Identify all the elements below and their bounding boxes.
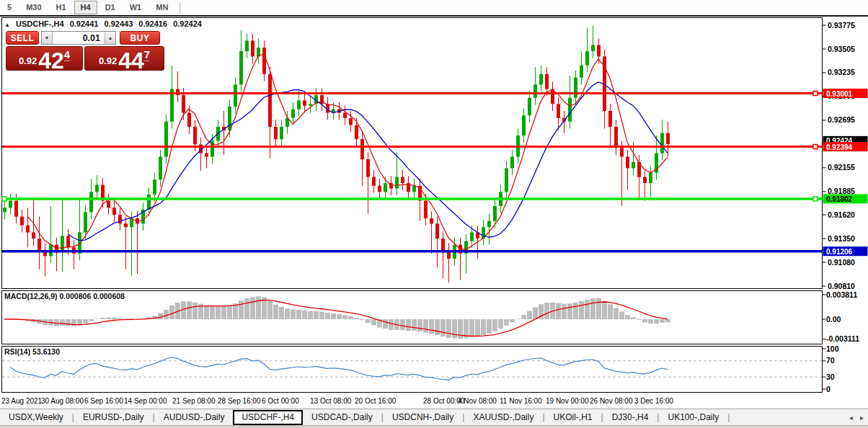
svg-text:26 Nov 08:00: 26 Nov 08:00 (590, 397, 633, 405)
volume-decrease-button[interactable]: ▼ (42, 32, 53, 44)
svg-text:0.92394: 0.92394 (826, 143, 853, 151)
svg-text:70: 70 (826, 356, 835, 365)
svg-text:0.00: 0.00 (826, 315, 841, 324)
tab-separator: | (727, 412, 730, 422)
svg-text:30: 30 (826, 373, 835, 381)
rsi-indicator-label: RSI(14) 53.6130 (4, 347, 60, 356)
timeframe-button-mn[interactable]: MN (149, 1, 174, 14)
svg-text:0.91802: 0.91802 (826, 195, 853, 203)
ohlc-close-value: 0.92424 (173, 19, 202, 28)
tab-usdx-weekly[interactable]: USDX,Weekly (0, 410, 72, 425)
volume-input[interactable] (53, 32, 105, 44)
macd-indicator-label: MACD(12,26,9) 0.000806 0.000608 (4, 292, 125, 300)
svg-text:23 Aug 2021: 23 Aug 2021 (1, 397, 43, 405)
ohlc-high-value: 0.92443 (105, 19, 133, 28)
buy-price-panel[interactable]: 0.92447 (84, 46, 164, 71)
tab-ukoil-h1[interactable]: UKOil-,H1 (545, 410, 601, 425)
chart-title: ▲ USDCHF-,H4 0.92441 0.92443 0.92416 0.9… (4, 19, 205, 28)
svg-text:0: 0 (826, 385, 831, 393)
tab-usdcad-daily[interactable]: USDCAD-,Daily (303, 410, 381, 425)
level-price-tag: 0.91206 (823, 246, 868, 256)
timeframe-button-h4[interactable]: H4 (74, 1, 97, 14)
tab-audusd-daily[interactable]: AUDUSD-,Daily (155, 410, 234, 425)
level-price-tag: 0.91802 (823, 194, 868, 203)
svg-text:0.91080: 0.91080 (828, 258, 855, 267)
buy-price-big: 44 (118, 51, 144, 70)
tab-eurusd-daily[interactable]: EURUSD-,Daily (74, 410, 153, 425)
triangle-up-icon: ▲ (108, 35, 113, 40)
svg-text:0.92155: 0.92155 (828, 163, 855, 171)
buy-price-prefix: 0.92 (99, 55, 117, 66)
svg-text:0.91350: 0.91350 (828, 234, 855, 243)
tab-xauusd-daily[interactable]: XAUUSD-,Daily (464, 410, 542, 425)
svg-text:6 Oct 00:00: 6 Oct 00:00 (262, 397, 299, 405)
tab-uk100-daily[interactable]: UK100-,Daily (659, 410, 727, 425)
timeframe-button-w1[interactable]: W1 (123, 1, 149, 14)
horizontal-level-line[interactable] (2, 145, 823, 149)
tab-dj30-h4[interactable]: DJ30-,H4 (603, 410, 657, 425)
svg-text:6 Sep 16:00: 6 Sep 16:00 (84, 397, 123, 405)
svg-text:30 Aug 08:00: 30 Aug 08:00 (41, 397, 84, 405)
svg-text:20 Oct 16:00: 20 Oct 16:00 (355, 397, 397, 405)
timeframe-button-m30[interactable]: M30 (19, 1, 48, 14)
svg-text:-0.003111: -0.003111 (826, 334, 859, 343)
toolbar-separator (180, 2, 180, 14)
svg-text:0.90810: 0.90810 (828, 282, 855, 290)
svg-text:0.93775: 0.93775 (828, 21, 855, 30)
svg-text:0.93505: 0.93505 (828, 45, 855, 53)
sell-price-panel[interactable]: 0.92424 (6, 46, 83, 71)
svg-text:28 Sep 16:00: 28 Sep 16:00 (218, 397, 261, 405)
macd-axis: 0.0038110.00-0.003111 (823, 290, 860, 344)
triangle-down-icon: ▼ (45, 35, 50, 40)
svg-text:0.93001: 0.93001 (826, 90, 853, 98)
sell-price-sup: 4 (64, 48, 70, 61)
svg-text:4 Nov 08:00: 4 Nov 08:00 (458, 397, 497, 405)
tab-scroll-right[interactable]: ▸ (860, 414, 864, 422)
rsi-axis: 10070300 (823, 344, 839, 393)
sell-button[interactable]: SELL (6, 31, 39, 45)
chart-symbol-label: USDCHF-,H4 (16, 19, 64, 28)
timeframe-button-h1[interactable]: H1 (50, 1, 73, 14)
timeframe-toolbar: 5M30H1H4D1W1MN (0, 0, 868, 17)
svg-text:0.92695: 0.92695 (828, 115, 855, 124)
horizontal-level-line[interactable] (2, 197, 823, 201)
collapse-panel-icon[interactable]: ▲ (4, 22, 10, 28)
svg-text:0.003811: 0.003811 (826, 290, 857, 299)
timeframe-button-5[interactable]: 5 (1, 1, 18, 14)
svg-text:13 Oct 08:00: 13 Oct 08:00 (310, 397, 352, 405)
volume-increase-button[interactable]: ▲ (105, 32, 115, 44)
svg-text:14 Sep 00:00: 14 Sep 00:00 (124, 397, 167, 405)
level-price-tag: 0.92394 (823, 142, 868, 151)
buy-button[interactable]: BUY (120, 31, 160, 45)
status-bar (0, 425, 868, 428)
timeframe-button-d1[interactable]: D1 (99, 1, 122, 14)
volume-stepper: ▼ ▲ (41, 31, 116, 45)
svg-text:11 Nov 16:00: 11 Nov 16:00 (500, 397, 542, 405)
svg-text:3 Dec 16:00: 3 Dec 16:00 (634, 397, 673, 405)
sell-price-big: 42 (38, 51, 64, 70)
trading-terminal-window: 5M30H1H4D1W1MN 0.937750.935050.932350.92… (0, 0, 868, 428)
svg-text:0.91206: 0.91206 (826, 248, 853, 256)
ohlc-low-value: 0.92416 (138, 19, 167, 28)
svg-text:100: 100 (826, 344, 839, 353)
tab-usdcnh-daily[interactable]: USDCNH-,Daily (384, 410, 462, 425)
time-axis[interactable]: 23 Aug 202130 Aug 08:006 Sep 16:0014 Sep… (1, 397, 673, 405)
ohlc-open-value: 0.92441 (70, 19, 99, 28)
svg-text:21 Sep 08:00: 21 Sep 08:00 (172, 397, 216, 405)
sell-price-prefix: 0.92 (19, 55, 37, 66)
svg-text:0.91620: 0.91620 (828, 210, 855, 219)
tab-scroll-left[interactable]: ◂ (849, 414, 853, 422)
horizontal-level-line[interactable] (2, 92, 823, 96)
svg-text:0.93235: 0.93235 (828, 68, 855, 76)
tab-usdchf-h4[interactable]: USDCHF-,H4 (233, 410, 303, 425)
chart-tab-bar: USDX,Weekly|EURUSD-,Daily|AUDUSD-,DailyU… (0, 409, 868, 425)
svg-text:19 Nov 00:00: 19 Nov 00:00 (546, 397, 589, 405)
buy-price-sup: 7 (144, 48, 150, 61)
level-price-tag: 0.93001 (823, 89, 868, 98)
macd-histogram (2, 296, 670, 339)
